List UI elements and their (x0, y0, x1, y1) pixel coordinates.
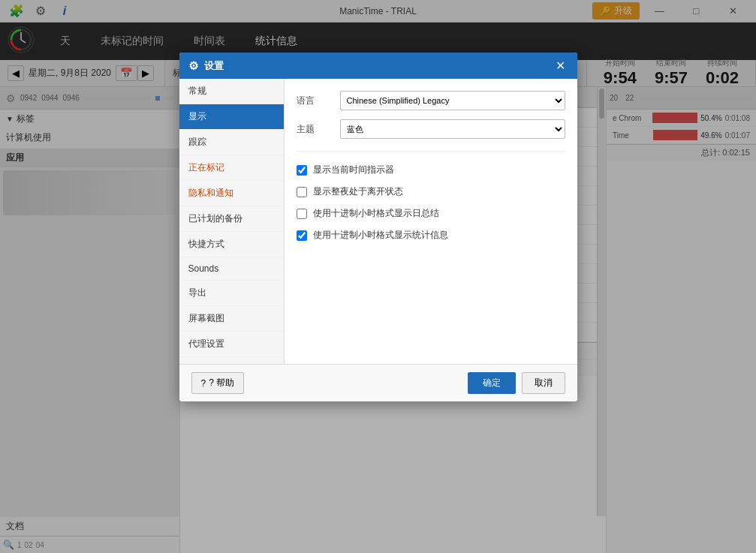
settings-icon: ⚙ (188, 59, 198, 73)
settings-nav-backup[interactable]: 已计划的备份 (179, 206, 284, 232)
cancel-button[interactable]: 取消 (522, 372, 565, 394)
settings-nav-export[interactable]: 导出 (179, 281, 284, 306)
modal-overlay: ⚙ 设置 ✕ 常规 显示 跟踪 正在标记 隐私和通知 已计划的备份 快捷方式 S… (0, 0, 756, 553)
help-button[interactable]: ? ? 帮助 (191, 372, 245, 394)
settings-nav-shortcuts[interactable]: 快捷方式 (179, 232, 284, 257)
checkbox-row-4: 使用十进制小时格式显示统计信息 (297, 229, 565, 242)
dialog-close-button[interactable]: ✕ (553, 59, 568, 73)
theme-select[interactable]: 蓝色 (340, 119, 565, 139)
checkbox-decimal-day[interactable] (297, 209, 307, 219)
dialog-body: 常规 显示 跟踪 正在标记 隐私和通知 已计划的备份 快捷方式 Sounds 导… (179, 79, 577, 364)
settings-nav-display[interactable]: 显示 (179, 104, 284, 130)
checkbox-row-3: 使用十进制小时格式显示日总结 (297, 207, 565, 220)
settings-content: 语言 Chinese (Simplified) Legacy 主题 蓝色 (285, 79, 577, 364)
settings-nav-tagging[interactable]: 正在标记 (179, 155, 284, 181)
language-select[interactable]: Chinese (Simplified) Legacy (340, 91, 565, 110)
question-icon: ? (201, 378, 206, 389)
dialog-action-buttons: 确定 取消 (468, 372, 565, 394)
checkbox-decimal-stats[interactable] (297, 230, 307, 241)
dialog-title: 设置 (204, 59, 224, 73)
language-setting-row: 语言 Chinese (Simplified) Legacy (297, 91, 565, 110)
settings-nav-general[interactable]: 常规 (179, 79, 284, 104)
theme-setting-row: 主题 蓝色 (297, 119, 565, 139)
dialog-titlebar: ⚙ 设置 ✕ (179, 53, 577, 79)
dialog-footer: ? ? 帮助 确定 取消 (179, 364, 577, 401)
settings-nav-sounds[interactable]: Sounds (179, 257, 284, 281)
ok-button[interactable]: 确定 (468, 372, 516, 394)
settings-nav-privacy[interactable]: 隐私和通知 (179, 181, 284, 206)
language-label: 语言 (297, 95, 334, 107)
checkbox-overnight[interactable] (297, 187, 307, 197)
checkbox-current-time[interactable] (297, 165, 307, 176)
settings-dialog: ⚙ 设置 ✕ 常规 显示 跟踪 正在标记 隐私和通知 已计划的备份 快捷方式 S… (179, 53, 577, 401)
checkbox-row-1: 显示当前时间指示器 (297, 164, 565, 176)
settings-nav: 常规 显示 跟踪 正在标记 隐私和通知 已计划的备份 快捷方式 Sounds 导… (179, 79, 285, 364)
theme-label: 主题 (297, 123, 334, 136)
checkbox-row-2: 显示整夜处于离开状态 (297, 185, 565, 198)
settings-nav-tracking[interactable]: 跟踪 (179, 130, 284, 155)
settings-nav-proxy[interactable]: 代理设置 (179, 332, 284, 357)
settings-nav-screenshots[interactable]: 屏幕截图 (179, 306, 284, 332)
